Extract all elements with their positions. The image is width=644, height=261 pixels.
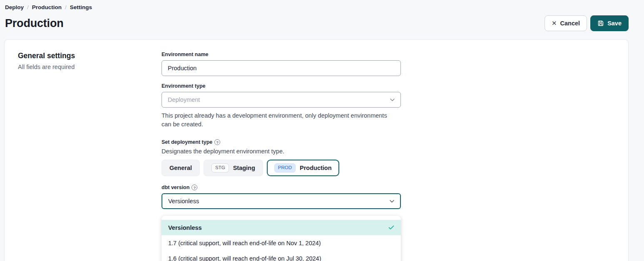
dbt-version-value: Versionless [168,198,199,204]
dbt-version-label: dbt version ? [162,185,401,190]
environment-type-field-group: Environment type Deployment This project… [162,83,401,129]
close-icon: ✕ [552,20,557,27]
deployment-type-options: General STG Staging PROD Production [162,160,401,176]
page-title: Production [5,17,64,30]
question-circle-icon[interactable]: ? [191,185,197,190]
environment-name-input[interactable] [162,60,401,76]
dbt-version-dropdown-menu: Versionless 1.7 (critical support, will … [162,216,401,261]
page: Deploy / Production / Settings Productio… [0,0,644,261]
card-left-column: General settings All fields are required [18,52,162,261]
cancel-button-label: Cancel [560,20,580,27]
header-actions: ✕ Cancel Save [545,15,629,31]
deployment-type-production-label: Production [300,165,332,171]
general-settings-card: General settings All fields are required… [4,39,629,261]
environment-type-helper: This project already has a development e… [162,111,395,129]
floppy-disk-icon [597,20,604,27]
deployment-type-description: Designates the deployment environment ty… [162,148,401,155]
environment-type-value: Deployment [168,96,200,103]
breadcrumb: Deploy / Production / Settings [4,3,629,15]
dropdown-option-versionless[interactable]: Versionless [162,220,401,235]
deployment-type-staging-label: Staging [233,165,255,171]
question-circle-icon[interactable]: ? [214,139,220,145]
environment-name-label: Environment name [162,52,401,57]
section-subheading: All fields are required [18,64,162,70]
dropdown-option-1-7[interactable]: 1.7 (critical support, will reach end-of… [162,235,401,251]
dbt-version-field-group: dbt version ? Versionless Versionless [162,185,401,261]
dbt-version-select[interactable]: Versionless [162,193,401,209]
deployment-type-staging-button[interactable]: STG Staging [204,160,263,176]
settings-form: Environment name Environment type Deploy… [162,52,401,261]
page-header: Production ✕ Cancel Save [4,15,629,39]
environment-name-field-group: Environment name [162,52,401,76]
save-button[interactable]: Save [590,15,629,31]
breadcrumb-production[interactable]: Production [32,4,62,10]
breadcrumb-separator: / [27,4,29,10]
breadcrumb-settings[interactable]: Settings [70,4,92,10]
stg-badge: STG [211,163,229,172]
dropdown-option-label: Versionless [168,224,202,231]
breadcrumb-deploy[interactable]: Deploy [5,4,24,10]
prod-badge: PROD [274,163,296,172]
cancel-button[interactable]: ✕ Cancel [545,15,587,31]
deployment-type-general-button[interactable]: General [162,160,200,176]
deployment-type-production-button[interactable]: PROD Production [267,160,339,176]
dropdown-option-1-6[interactable]: 1.6 (critical support, will reach end-of… [162,251,401,261]
environment-type-label: Environment type [162,83,401,89]
section-heading: General settings [18,52,162,60]
save-button-label: Save [607,20,622,27]
check-icon [388,224,394,231]
environment-type-select[interactable]: Deployment [162,92,401,108]
dbt-version-label-text: dbt version [162,185,189,190]
deployment-type-label: Set deployment type ? [162,139,401,145]
dropdown-option-label: 1.7 (critical support, will reach end-of… [168,240,321,246]
breadcrumb-separator: / [65,4,67,10]
chevron-down-icon [390,98,395,101]
deployment-type-general-label: General [169,165,192,171]
deployment-type-field-group: Set deployment type ? Designates the dep… [162,139,401,176]
deployment-type-label-text: Set deployment type [162,139,212,145]
chevron-down-icon [390,200,394,203]
dropdown-option-label: 1.6 (critical support, will reach end-of… [168,255,321,261]
